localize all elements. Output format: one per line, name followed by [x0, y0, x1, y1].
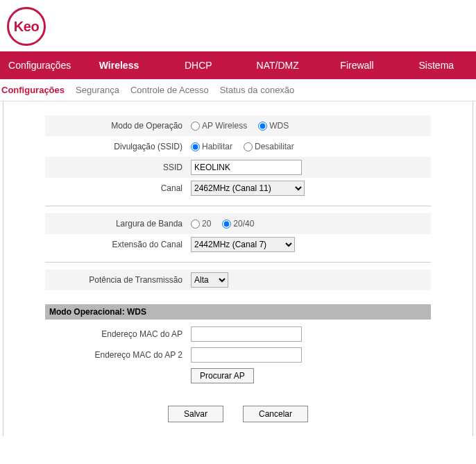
label-ssid: SSID: [45, 163, 191, 172]
salvar-button[interactable]: Salvar: [168, 406, 223, 422]
nav-natdmz[interactable]: NAT/DMZ: [238, 51, 317, 79]
divider: [45, 206, 431, 206]
radio-desabilitar-input[interactable]: [244, 142, 253, 151]
radio-wds[interactable]: WDS: [258, 121, 289, 131]
radio-bw20-input[interactable]: [191, 219, 200, 229]
subnav-configuracoes[interactable]: Configurações: [1, 85, 65, 95]
label-modo-operacao: Modo de Operação: [45, 121, 191, 131]
label-mac-ap: Endereço MAC do AP: [45, 329, 191, 339]
nav-sistema[interactable]: Sistema: [397, 51, 476, 79]
radio-habilitar-label: Habilitar: [202, 142, 232, 151]
sub-nav: Configurações Segurança Controle de Aces…: [0, 79, 476, 101]
radio-bw2040-label: 20/40: [233, 219, 254, 229]
label-divulgacao: Divulgação (SSID): [45, 142, 191, 151]
potencia-select[interactable]: Alta: [191, 272, 228, 288]
subnav-controle-acesso[interactable]: Controle de Acesso: [130, 85, 209, 95]
radio-habilitar[interactable]: Habilitar: [191, 142, 232, 151]
radio-habilitar-input[interactable]: [191, 142, 200, 151]
label-canal: Canal: [45, 183, 191, 193]
nav-wireless[interactable]: Wireless: [79, 51, 158, 79]
main-nav: Configurações Wireless DHCP NAT/DMZ Fire…: [0, 51, 476, 79]
cancelar-button[interactable]: Cancelar: [243, 406, 308, 422]
radio-wds-input[interactable]: [258, 122, 267, 131]
radio-bw2040[interactable]: 20/40: [222, 219, 254, 229]
subnav-status-conexao[interactable]: Status da conexão: [220, 85, 295, 95]
label-largura-banda: Largura de Banda: [45, 219, 191, 229]
mac-ap-input[interactable]: [191, 326, 302, 342]
radio-ap-wireless[interactable]: AP Wireless: [191, 121, 247, 131]
section-title-wds: Modo Operacional: WDS: [45, 304, 431, 320]
nav-configuracoes[interactable]: Configurações: [0, 51, 79, 79]
brand-text: Keo: [14, 19, 39, 35]
mac-ap2-input[interactable]: [191, 347, 302, 363]
label-extensao-canal: Extensão do Canal: [45, 240, 191, 249]
radio-desabilitar[interactable]: Desabilitar: [244, 142, 294, 151]
procurar-ap-button[interactable]: Procurar AP: [191, 368, 254, 383]
subnav-seguranca[interactable]: Segurança: [76, 85, 119, 95]
radio-bw20-label: 20: [202, 219, 211, 229]
radio-bw2040-input[interactable]: [222, 219, 231, 229]
ssid-input[interactable]: [191, 160, 302, 175]
brand-logo: Keo: [7, 7, 46, 46]
radio-ap-wireless-label: AP Wireless: [202, 121, 247, 131]
nav-dhcp[interactable]: DHCP: [159, 51, 238, 79]
radio-bw20[interactable]: 20: [191, 219, 211, 229]
nav-firewall[interactable]: Firewall: [317, 51, 396, 79]
canal-select[interactable]: 2462MHz (Canal 11): [191, 181, 305, 196]
extensao-canal-select[interactable]: 2442MHz (Canal 7): [191, 237, 295, 252]
label-mac-ap2: Endereço MAC do AP 2: [45, 350, 191, 360]
label-potencia: Potência de Transmissão: [45, 275, 191, 285]
divider: [45, 262, 431, 263]
radio-ap-wireless-input[interactable]: [191, 122, 200, 131]
radio-desabilitar-label: Desabilitar: [255, 142, 294, 151]
radio-wds-label: WDS: [269, 121, 289, 131]
